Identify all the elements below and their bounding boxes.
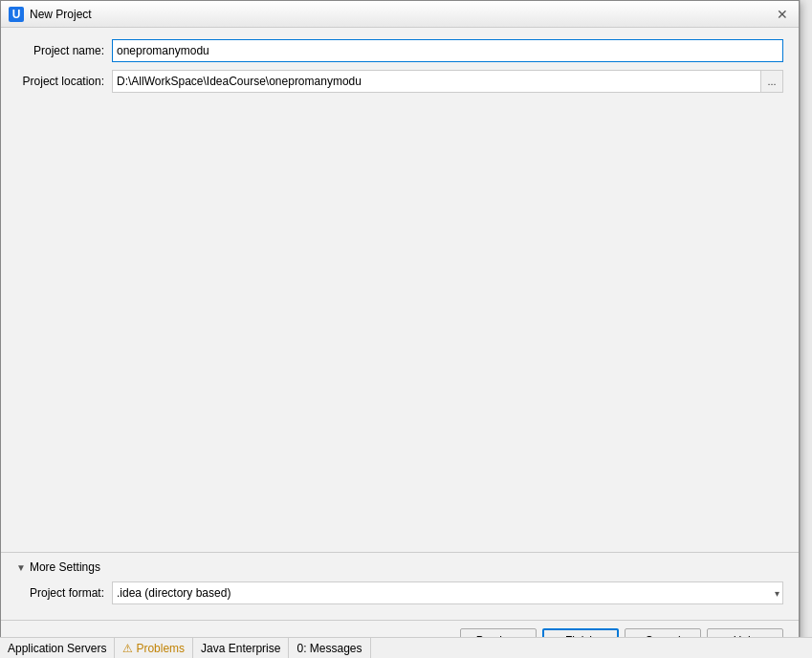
project-name-row: Project name: (16, 39, 783, 62)
statusbar: Application Servers ⚠ Problems Java Ente… (0, 637, 812, 658)
new-project-dialog: U New Project ✕ Project name: Project lo… (0, 0, 800, 658)
right-scrollbar-strip (800, 0, 812, 658)
project-format-select[interactable]: .idea (directory based) Eclipse (legacy) (112, 581, 783, 604)
dialog-title-left: U New Project (9, 7, 92, 22)
project-location-input[interactable] (112, 70, 760, 93)
warning-icon: ⚠ (122, 642, 133, 655)
statusbar-java-enterprise[interactable]: Java Enterprise (193, 638, 289, 658)
project-format-row: Project format: .idea (directory based) … (16, 581, 783, 604)
statusbar-app-servers[interactable]: Application Servers (0, 638, 115, 658)
title-icon-letter: U (12, 8, 21, 21)
project-name-label: Project name: (16, 44, 112, 57)
statusbar-problems-label: Problems (136, 642, 185, 655)
dialog-content-area (1, 112, 799, 552)
statusbar-java-enterprise-label: Java Enterprise (201, 642, 280, 655)
dialog-titlebar: U New Project ✕ (1, 1, 799, 28)
statusbar-messages[interactable]: 0: Messages (289, 638, 370, 658)
dialog-title-text: New Project (30, 8, 92, 21)
more-settings-header[interactable]: ▼ More Settings (16, 560, 783, 574)
project-location-input-group: ... (112, 70, 783, 93)
close-button[interactable]: ✕ (774, 6, 791, 23)
statusbar-app-servers-label: Application Servers (8, 642, 106, 655)
dialog-body: Project name: Project location: ... (1, 28, 799, 112)
dialog-title-icon: U (9, 7, 24, 22)
project-name-input[interactable] (112, 39, 783, 62)
project-location-browse-button[interactable]: ... (760, 70, 783, 93)
project-format-select-wrap: .idea (directory based) Eclipse (legacy)… (112, 581, 783, 604)
more-settings-arrow-icon: ▼ (16, 562, 26, 573)
more-settings-section: ▼ More Settings Project format: .idea (d… (1, 552, 799, 620)
project-location-row: Project location: ... (16, 70, 783, 93)
project-location-label: Project location: (16, 75, 112, 88)
statusbar-problems[interactable]: ⚠ Problems (115, 638, 193, 658)
statusbar-messages-label: 0: Messages (296, 642, 362, 655)
project-format-label: Project format: (16, 586, 112, 600)
more-settings-label: More Settings (30, 560, 100, 574)
